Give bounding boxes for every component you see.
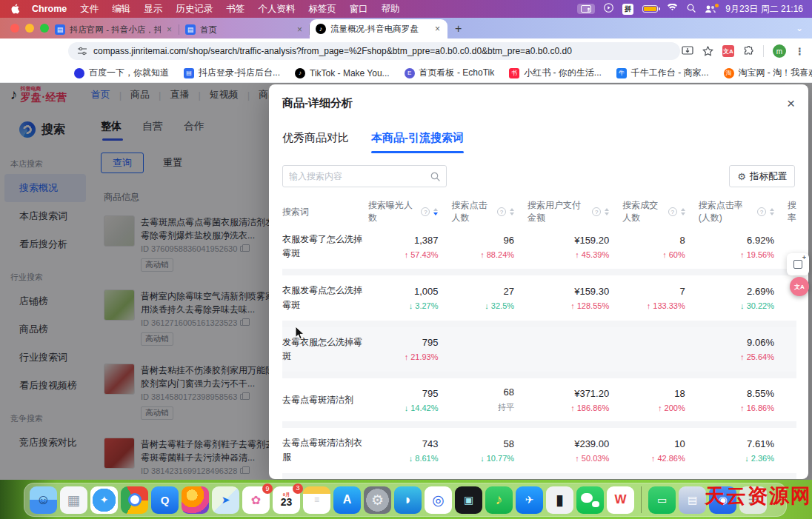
screen-recording-icon[interactable] <box>604 3 613 15</box>
bookmark-item[interactable]: 百度一下，你就知道 <box>74 67 169 79</box>
dock-item-system-settings[interactable]: ⚙ <box>364 486 391 514</box>
dock-item-app-store[interactable]: A <box>333 486 361 514</box>
menu-item[interactable]: 窗口 <box>343 3 375 16</box>
bookmark-star-icon[interactable] <box>702 46 713 56</box>
dock-item-qq-music[interactable]: ♪ <box>485 486 513 514</box>
sort-carets-icon[interactable] <box>433 208 438 215</box>
dock-item-photos[interactable]: ✿9 <box>242 486 270 514</box>
translate-float-button[interactable]: 文A <box>790 277 809 296</box>
column-header[interactable]: 搜索词 <box>282 206 368 218</box>
menu-item[interactable]: 文件 <box>73 3 105 16</box>
browser-menu-icon[interactable]: ⋮ <box>795 46 805 57</box>
spotlight-search-icon[interactable] <box>687 4 696 15</box>
side-widget-button[interactable] <box>787 253 809 275</box>
metric-value: 96 <box>504 235 514 246</box>
wifi-icon[interactable] <box>667 4 678 14</box>
table-row[interactable]: 衣服发霉点怎么洗掉霉斑1,005↓ 3.27%27↓ 32.5%¥159.30↑… <box>282 275 796 327</box>
dock-item-launchpad[interactable]: ▦ <box>60 486 87 514</box>
browser-tab[interactable]: ▤抖店官网 - 抖音小店，抖音电...× <box>49 21 179 38</box>
menu-item[interactable]: 显示 <box>137 3 169 16</box>
dock-item-wps-office[interactable]: W <box>607 486 634 514</box>
apple-menu-icon[interactable] <box>9 4 22 14</box>
column-header[interactable]: 搜索成交人数? <box>622 199 699 224</box>
dock-item-blue-app[interactable]: ◗ <box>394 486 422 514</box>
column-header[interactable]: 搜索点击-成交率(人数)? <box>788 199 796 224</box>
metric-cell <box>452 335 528 364</box>
metric-cell: 96↑ 88.24% <box>452 232 528 261</box>
column-header[interactable]: 搜索点击人数? <box>451 199 528 224</box>
bookmark-item[interactable]: ▤抖店登录-抖店后台... <box>184 67 280 79</box>
new-tab-button[interactable]: + <box>455 22 462 36</box>
help-icon[interactable]: ? <box>757 207 766 216</box>
help-icon[interactable]: ? <box>668 207 677 216</box>
translate-extension-icon[interactable]: 文A <box>722 45 734 57</box>
menu-item[interactable]: 帮助 <box>375 3 407 16</box>
dock-item-firefox[interactable] <box>182 486 209 514</box>
help-icon[interactable]: ? <box>421 207 430 216</box>
dock-item-maps[interactable]: ➤ <box>212 486 239 514</box>
menu-item[interactable]: 书签 <box>219 3 251 16</box>
dock-item-baidu-netdisk[interactable]: ◎ <box>425 486 452 514</box>
search-input[interactable] <box>289 171 430 181</box>
menu-item[interactable]: 标签页 <box>302 3 343 16</box>
dock-item-safari[interactable]: ✦ <box>90 486 118 514</box>
dock-item-preview-app[interactable]: ▤ <box>679 486 706 514</box>
sort-carets-icon[interactable] <box>770 208 774 215</box>
url-text[interactable]: compass.jinritemai.com/shop/search/traff… <box>93 46 671 56</box>
tab-strip-chevron-icon[interactable]: ⌄ <box>796 23 803 33</box>
dock-item-calendar[interactable]: 9月233 <box>273 486 300 514</box>
modal-tab[interactable]: 本商品-引流搜索词 <box>371 131 464 153</box>
zoom-window-button[interactable] <box>40 24 49 33</box>
tab-close-icon[interactable]: × <box>433 24 442 34</box>
column-header[interactable]: 搜索曝光人数? <box>368 199 451 224</box>
bookmark-item[interactable]: 牛千牛工作台 - 商家... <box>616 67 709 79</box>
bookmark-item[interactable]: 淘淘宝网 - 淘！我喜欢 <box>724 67 812 79</box>
minimize-window-button[interactable] <box>25 24 34 33</box>
modal-tab[interactable]: 优秀商品对比 <box>282 131 349 153</box>
profile-avatar[interactable]: m <box>773 44 786 58</box>
sort-carets-icon[interactable] <box>605 208 609 215</box>
dock-item-wechat[interactable] <box>576 486 604 514</box>
dock-item-video-editor[interactable]: ▣ <box>455 486 482 514</box>
bookmark-item[interactable]: ♪TikTok - Make You... <box>295 68 390 78</box>
dock-item-dingtalk[interactable]: ✈ <box>516 486 543 514</box>
install-icon[interactable] <box>682 46 693 56</box>
search-input-box[interactable] <box>282 165 447 187</box>
menu-bar-clock[interactable]: 9月23日 周二 21:16 <box>725 3 803 16</box>
table-row[interactable]: 发霉衣服怎么洗掉霉斑795↑ 21.93%9.06%↑ 25.64%8↓ <box>282 327 796 378</box>
close-icon[interactable]: × <box>787 96 795 110</box>
input-method-indicator[interactable]: 拼 <box>622 4 633 15</box>
table-row[interactable]: 衣服发霉了怎么洗掉霉斑1,387↑ 57.43%96↑ 88.24%¥159.2… <box>282 224 796 275</box>
menu-item[interactable]: 历史记录 <box>169 3 219 16</box>
metric-config-button[interactable]: ⚙ 指标配置 <box>729 165 795 187</box>
column-header[interactable]: 搜索用户支付金额? <box>528 199 622 224</box>
dock-item-notes[interactable]: ≡ <box>303 486 330 514</box>
bookmark-item[interactable]: 书小红书 - 你的生活... <box>509 67 602 79</box>
browser-tab[interactable]: ▤首页× <box>179 21 310 38</box>
menu-item[interactable]: 编辑 <box>105 3 137 16</box>
help-icon[interactable]: ? <box>592 207 601 216</box>
window-controls[interactable] <box>10 24 49 33</box>
dock-item-chat-app[interactable]: ▭ <box>648 486 676 514</box>
user-switch-icon[interactable] <box>705 4 716 13</box>
tab-close-icon[interactable]: × <box>165 24 173 35</box>
sort-carets-icon[interactable] <box>681 208 685 215</box>
help-icon[interactable]: ? <box>497 207 506 216</box>
tab-close-icon[interactable]: × <box>296 24 304 35</box>
browser-tab[interactable]: ♪流量概况-抖音电商罗盘× <box>310 19 447 38</box>
extensions-icon[interactable] <box>743 46 754 57</box>
dock-item-chrome[interactable] <box>121 486 148 514</box>
sort-carets-icon[interactable] <box>510 208 514 215</box>
menu-item[interactable]: 个人资料 <box>251 3 302 16</box>
dock-item-quark-browser[interactable]: Q <box>151 486 179 514</box>
screen-mirroring-icon[interactable] <box>577 4 595 14</box>
table-row[interactable]: 去霉点霉斑清洁剂衣服743↓ 8.61%58↓ 10.77%¥239.00↑ 5… <box>282 428 796 479</box>
column-header[interactable]: 搜索点击率(人数)? <box>699 199 788 224</box>
address-bar[interactable]: compass.jinritemai.com/shop/search/traff… <box>68 42 680 60</box>
dock-item-iphone-mirroring[interactable]: ▮ <box>546 486 573 514</box>
dock-item-finder[interactable]: ☺ <box>30 486 57 514</box>
table-row[interactable]: 去霉点霉斑清洁剂795↓ 14.42%68持平¥371.20↑ 186.86%1… <box>282 378 796 428</box>
close-window-button[interactable] <box>10 24 19 33</box>
menu-item[interactable]: Chrome <box>25 4 73 14</box>
bookmark-item[interactable]: E首页看板 - EchoTik <box>405 67 495 79</box>
